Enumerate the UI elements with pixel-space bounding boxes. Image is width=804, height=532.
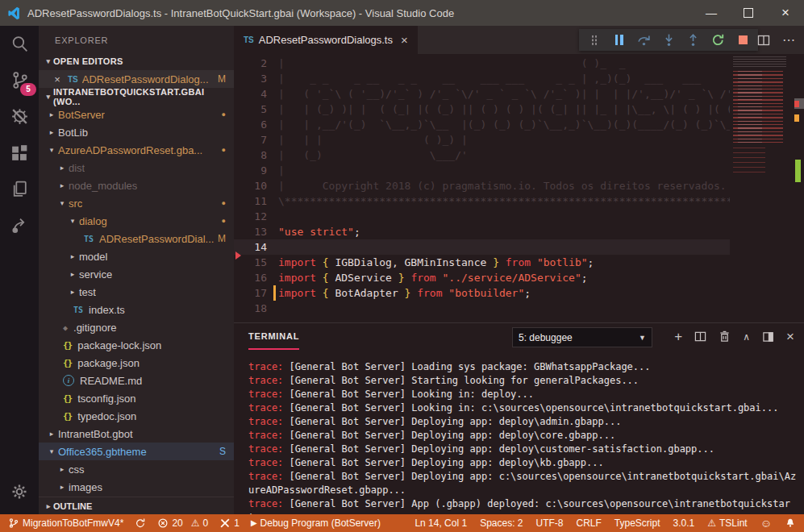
- code-line-15[interactable]: 15import { IGBDialog, GBMinInstance } fr…: [234, 255, 730, 270]
- editor-tab[interactable]: TS ADResetPasswordDialogs.ts ×: [234, 26, 418, 54]
- tasks-item[interactable]: 1: [219, 517, 240, 529]
- tree-item-test[interactable]: ▸test: [39, 283, 234, 301]
- tree-item-label: BotLib: [56, 127, 88, 139]
- tree-item-index-ts[interactable]: TSindex.ts: [39, 301, 234, 318]
- chevron-collapsed-icon: ▸: [57, 164, 67, 172]
- line-number: 4: [234, 86, 278, 102]
- code-line-7[interactable]: 7| | | ( )_) |: [234, 132, 730, 148]
- code-editor[interactable]: 2| ( )_ _3| _ _ _ __ _ _ __ ___ ___ _ _ …: [234, 54, 804, 322]
- code-line-18[interactable]: 18: [234, 301, 730, 316]
- tree-item-package-json[interactable]: {}package.json: [39, 354, 234, 372]
- split-editor-icon[interactable]: [757, 34, 770, 47]
- search-activity-button[interactable]: [0, 26, 39, 62]
- code-text: [278, 209, 730, 224]
- linter-item[interactable]: ⚠ TSLint: [707, 517, 747, 529]
- tree-item-intranetbot-gbot[interactable]: ▸IntranetBot.gbot: [39, 425, 234, 443]
- share-activity-button[interactable]: [0, 207, 39, 243]
- code-text: | | | ( )_) |: [278, 132, 730, 148]
- tree-item-typedoc-json[interactable]: {}typedoc.json: [39, 407, 234, 425]
- code-text: | ( '_`\ ( '__)/'_` ) /'_ `\/' _ ` _ `\ …: [278, 86, 730, 102]
- tree-item-readme-md[interactable]: iREADME.md: [39, 372, 234, 389]
- close-panel-button[interactable]: ×: [786, 329, 794, 345]
- eol-item[interactable]: CRLF: [577, 517, 602, 529]
- step-out-button[interactable]: [684, 31, 703, 49]
- minimize-button[interactable]: —: [693, 0, 730, 26]
- code-line-11[interactable]: 11\*************************************…: [234, 193, 730, 209]
- files-icon: [10, 179, 30, 199]
- terminal-tab[interactable]: TERMINAL: [248, 323, 299, 350]
- restart-button[interactable]: [709, 31, 728, 49]
- open-editor-item[interactable]: × TS ADResetPasswordDialog... M: [39, 70, 234, 88]
- tree-item-botlib[interactable]: ▸BotLib: [39, 123, 234, 141]
- git-branch-item[interactable]: MigrationToBotFmwV4*: [8, 517, 123, 529]
- open-editors-section-header[interactable]: ▾ OPEN EDITORS: [39, 52, 234, 70]
- tree-item-botserver[interactable]: ▸BotServer●: [39, 106, 234, 123]
- kill-terminal-icon[interactable]: [719, 330, 731, 343]
- pause-button[interactable]: [610, 31, 629, 49]
- problems-item[interactable]: 20 ⚠ 0: [157, 517, 208, 529]
- ts-version-item[interactable]: 3.0.1: [673, 517, 695, 529]
- line-number: 18: [234, 301, 278, 316]
- settings-button[interactable]: [0, 482, 39, 501]
- tree-item-src[interactable]: ▾src●: [39, 194, 234, 212]
- code-line-6[interactable]: 6| | ,__/'(_) `\__,_)`\__ |(_) (_) (_)`\…: [234, 117, 730, 132]
- workspace-section-header[interactable]: ▾ INTRANETBOTQUICKSTART.GBAI (WO...: [39, 88, 234, 106]
- tree-item-model[interactable]: ▸model: [39, 247, 234, 265]
- code-line-8[interactable]: 8| (_) \___/': [234, 148, 730, 163]
- code-line-4[interactable]: 4| ( '_`\ ( '__)/'_` ) /'_ `\/' _ ` _ `\…: [234, 86, 730, 102]
- sync-item[interactable]: [135, 517, 146, 529]
- code-line-2[interactable]: 2| ( )_ _: [234, 56, 730, 71]
- tree-item-package-lock-json[interactable]: {}package-lock.json: [39, 336, 234, 354]
- stop-button[interactable]: [733, 31, 752, 49]
- tree-item-gitignore[interactable]: ◆.gitignore: [39, 318, 234, 336]
- split-terminal-icon[interactable]: [694, 330, 706, 343]
- maximize-button[interactable]: [730, 0, 767, 26]
- tree-item-node-modules[interactable]: ▸node_modules: [39, 177, 234, 194]
- terminal-line: trace: [General Bot Server] Starting loo…: [248, 374, 799, 388]
- feedback-item[interactable]: ☺: [760, 518, 772, 528]
- close-editor-icon[interactable]: ×: [52, 73, 63, 85]
- debug-target-item[interactable]: ▶ Debug Program (BotServer): [251, 517, 381, 529]
- code-line-16[interactable]: 16import { ADService } from "../service/…: [234, 270, 730, 285]
- language-mode-item[interactable]: TypeScript: [614, 517, 660, 529]
- tree-item-adresetpassworddial[interactable]: TSADResetPasswordDial...M: [39, 230, 234, 247]
- code-line-17[interactable]: 17import { BotAdapter } from "botbuilder…: [234, 285, 730, 301]
- step-into-button[interactable]: [659, 31, 678, 49]
- tree-item-css[interactable]: ▸css: [39, 460, 234, 478]
- outline-section-header[interactable]: ▸ OUTLINE: [39, 497, 234, 514]
- code-line-5[interactable]: 5| | (_) )| | ( (_| |( (_) || ( ) ( ) |(…: [234, 102, 730, 117]
- minimap[interactable]: [730, 54, 794, 322]
- close-window-button[interactable]: ×: [767, 0, 804, 26]
- file-tree: ▸BotServer●▸BotLib▾AzureADPasswordReset.…: [39, 106, 234, 496]
- tree-item-dist[interactable]: ▸dist: [39, 159, 234, 177]
- tree-item-service[interactable]: ▸service: [39, 265, 234, 283]
- close-tab-button[interactable]: ×: [401, 33, 408, 47]
- notifications-item[interactable]: [785, 517, 796, 529]
- line-number: 5: [234, 102, 278, 117]
- more-actions-icon[interactable]: ⋯: [782, 32, 796, 48]
- code-line-12[interactable]: 12: [234, 209, 730, 224]
- source-control-activity-button[interactable]: 5: [0, 62, 39, 98]
- maximize-panel-icon[interactable]: ∧: [743, 331, 750, 343]
- extensions-activity-button[interactable]: [0, 135, 39, 171]
- terminal-selector[interactable]: 5: debuggee ▼: [512, 327, 652, 347]
- code-line-3[interactable]: 3| _ _ _ __ _ _ __ ___ ___ _ _ | ,_)(_) …: [234, 71, 730, 86]
- tree-item-azureadpasswordreset-gba[interactable]: ▾AzureADPasswordReset.gba...●: [39, 141, 234, 159]
- tree-item-dialog[interactable]: ▾dialog●: [39, 212, 234, 230]
- debug-toolbar-grip[interactable]: [585, 31, 604, 49]
- toggle-panel-icon[interactable]: [762, 330, 774, 343]
- code-line-14[interactable]: 14: [234, 239, 730, 255]
- tree-item-tsconfig-json[interactable]: {}tsconfig.json: [39, 389, 234, 407]
- encoding-item[interactable]: UTF-8: [536, 517, 564, 529]
- indentation-item[interactable]: Spaces: 2: [480, 517, 523, 529]
- cursor-position-item[interactable]: Ln 14, Col 1: [414, 517, 467, 529]
- files-activity-button[interactable]: [0, 171, 39, 207]
- debug-activity-button[interactable]: [0, 98, 39, 135]
- step-over-button[interactable]: [634, 31, 653, 49]
- tree-item-images[interactable]: ▸images: [39, 478, 234, 496]
- new-terminal-button[interactable]: +: [674, 330, 682, 343]
- code-line-9[interactable]: 9|: [234, 163, 730, 178]
- tree-item-office365-gbtheme[interactable]: ▾Office365.gbthemeS: [39, 443, 234, 460]
- code-line-10[interactable]: 10| Copyright 2018 (c) pragmatismo.io. T…: [234, 178, 730, 193]
- code-line-13[interactable]: 13"use strict";: [234, 224, 730, 239]
